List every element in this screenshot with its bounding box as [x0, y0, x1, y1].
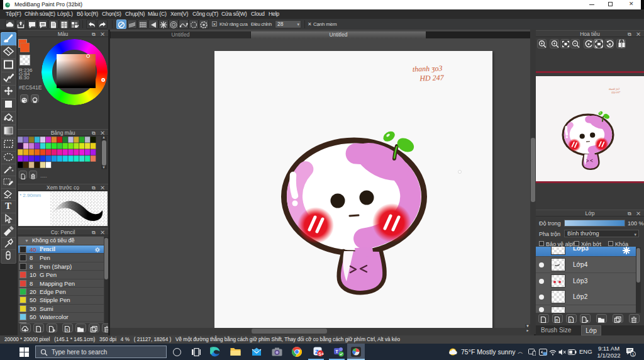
- svg-text:S: S: [66, 328, 69, 332]
- svg-text:1: 1: [570, 318, 572, 322]
- svg-text:S+: S+: [318, 352, 324, 356]
- svg-text:B: B: [556, 318, 558, 322]
- svg-text:T: T: [335, 349, 338, 354]
